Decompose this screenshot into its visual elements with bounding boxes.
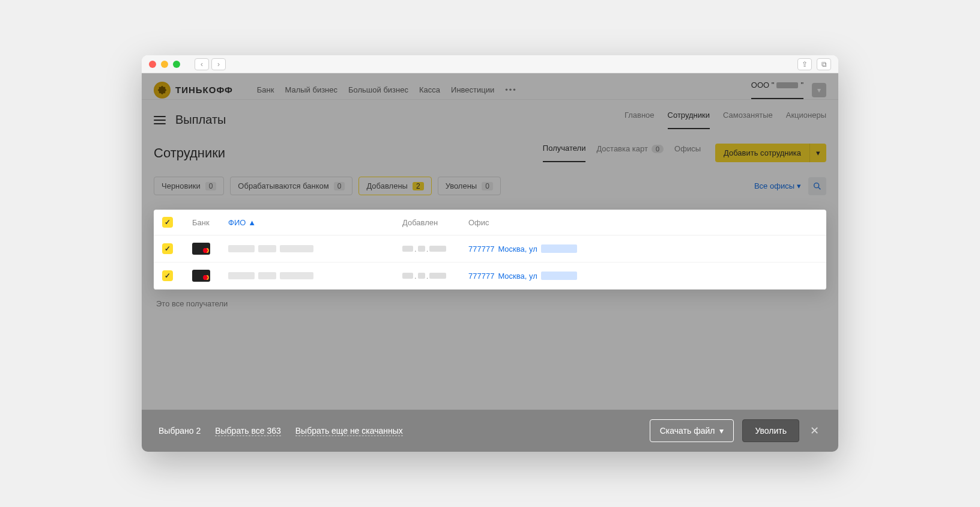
window-titlebar: ‹ › ⇪ ⧉ <box>142 55 838 73</box>
selected-count: Выбрано 2 <box>159 426 201 436</box>
select-all-checkbox[interactable] <box>162 217 173 228</box>
bank-card-icon <box>192 243 210 255</box>
sort-asc-icon: ▲ <box>248 218 256 227</box>
action-bar-left: Выбрано 2 Выбрать все 363 Выбрать еще не… <box>159 426 403 436</box>
th-office: Офис <box>468 218 818 227</box>
office-link[interactable]: 777777 Москва, ул <box>468 272 818 281</box>
row-checkbox[interactable] <box>162 270 173 281</box>
office-address-redacted <box>541 272 577 280</box>
dismiss-button[interactable]: Уволить <box>742 419 799 442</box>
row-checkbox[interactable] <box>162 243 173 254</box>
close-icon[interactable]: ✕ <box>808 422 821 440</box>
chevron-down-icon: ▾ <box>719 426 724 436</box>
browser-window: ‹ › ⇪ ⧉ ТИНЬКОФФ Банк Малый бизнес Больш… <box>142 55 838 452</box>
window-maximize-icon[interactable] <box>173 61 180 68</box>
th-fio-sort[interactable]: ФИО ▲ <box>228 218 396 227</box>
action-bar-right: Скачать файл ▾ Уволить ✕ <box>650 419 821 442</box>
nav-arrows: ‹ › <box>195 58 226 70</box>
table-row[interactable]: .. 777777 Москва, ул <box>154 235 826 263</box>
added-date-redacted: .. <box>402 272 462 281</box>
share-icon[interactable]: ⇪ <box>797 58 812 70</box>
th-bank: Банк <box>192 218 222 227</box>
fio-redacted <box>228 245 396 252</box>
selection-action-bar: Выбрано 2 Выбрать все 363 Выбрать еще не… <box>142 410 838 452</box>
download-file-button[interactable]: Скачать файл ▾ <box>650 419 734 442</box>
window-minimize-icon[interactable] <box>161 61 168 68</box>
bank-card-icon <box>192 270 210 282</box>
window-close-icon[interactable] <box>149 61 156 68</box>
nav-forward-button[interactable]: › <box>211 58 226 70</box>
table-row[interactable]: .. 777777 Москва, ул <box>154 263 826 290</box>
traffic-lights <box>149 61 180 68</box>
th-added: Добавлен <box>402 218 462 227</box>
titlebar-right: ⇪ ⧉ <box>797 58 831 70</box>
office-link[interactable]: 777777 Москва, ул <box>468 244 818 253</box>
fio-redacted <box>228 272 396 279</box>
app-body: ТИНЬКОФФ Банк Малый бизнес Большой бизне… <box>142 73 838 452</box>
office-address-redacted <box>541 244 577 253</box>
table-header: Банк ФИО ▲ Добавлен Офис <box>154 210 826 235</box>
select-all-link[interactable]: Выбрать все 363 <box>215 426 281 436</box>
added-date-redacted: .. <box>402 244 462 253</box>
select-not-downloaded-link[interactable]: Выбрать еще не скачанных <box>295 426 403 436</box>
nav-back-button[interactable]: ‹ <box>195 58 209 70</box>
tabs-icon[interactable]: ⧉ <box>817 58 831 70</box>
employee-table: Банк ФИО ▲ Добавлен Офис .. 777777 Москв… <box>154 210 826 290</box>
